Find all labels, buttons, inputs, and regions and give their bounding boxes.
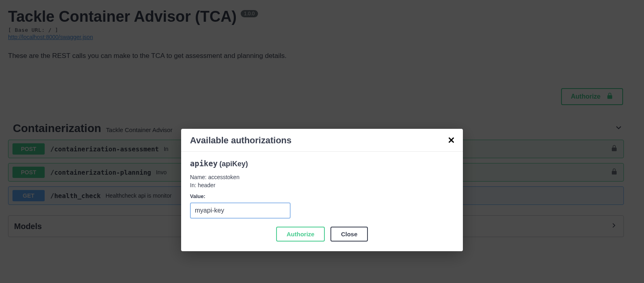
auth-scheme-heading: apikey (apiKey)	[190, 159, 454, 168]
modal-header: Available authorizations ✕	[181, 129, 463, 152]
auth-scheme-name: apikey	[190, 159, 218, 168]
modal-authorize-button[interactable]: Authorize	[276, 227, 325, 242]
close-icon[interactable]: ✕	[448, 135, 455, 146]
auth-name-row: Name: accesstoken	[190, 174, 454, 180]
auth-name-value: accesstoken	[208, 174, 239, 180]
apikey-input[interactable]	[190, 202, 291, 219]
modal-title: Available authorizations	[190, 135, 291, 146]
auth-scheme-type: (apiKey)	[219, 160, 248, 168]
modal-overlay[interactable]: Available authorizations ✕ apikey (apiKe…	[0, 0, 644, 283]
auth-in-value: header	[198, 182, 215, 188]
modal-close-button[interactable]: Close	[330, 227, 368, 242]
auth-meta: Name: accesstoken In: header	[190, 174, 454, 188]
modal-buttons: Authorize Close	[190, 227, 454, 242]
auth-name-label: Name:	[190, 174, 206, 180]
auth-in-label: In:	[190, 182, 196, 188]
auth-value-label: Value:	[190, 193, 454, 199]
authorization-modal: Available authorizations ✕ apikey (apiKe…	[181, 129, 463, 251]
modal-body: apikey (apiKey) Name: accesstoken In: he…	[181, 152, 463, 251]
auth-in-row: In: header	[190, 182, 454, 188]
